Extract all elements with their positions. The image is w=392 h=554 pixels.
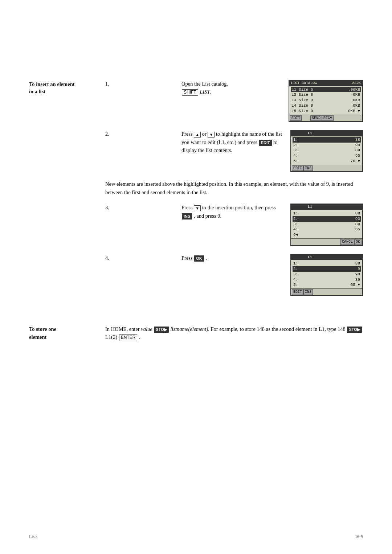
screen-row: L4 Size 00KB xyxy=(291,103,361,108)
screen-3-body: 1:88 2:90 3:89 xyxy=(291,210,362,238)
step-2: 2. Press ▲ or ▼ to highlight the name of… xyxy=(105,130,363,172)
screen-row: 5:65 ▼ xyxy=(293,282,361,288)
screen-row: 9◄ xyxy=(293,232,361,238)
content-area: To insert an element in a list 1. Open t… xyxy=(29,80,363,341)
store-content: In HOME, enter value STO▶ listname(eleme… xyxy=(105,325,363,341)
screen-row: 4:65 xyxy=(293,153,361,159)
section-content-insert: 1. Open the List catalog. SHIFT LIST. xyxy=(105,80,363,304)
screen-4-body: 1:88 2:9 3:90 xyxy=(291,260,362,288)
step-3-row: Press ▼ to the insertion position, then … xyxy=(181,204,363,246)
step-1-screen: LIST CATALOG 232K L1 Size 6.06KB L2 xyxy=(289,80,363,122)
step-4-number: 4. xyxy=(105,254,181,296)
step-3-screen: L1 1:88 2:90 xyxy=(290,204,363,246)
page-footer: Lists 16-5 xyxy=(29,534,363,539)
screen-2-title: L1 xyxy=(291,131,362,136)
section-insert: To insert an element in a list 1. Open t… xyxy=(29,80,363,304)
step-1-body: Open the List catalog. SHIFT LIST. xyxy=(181,80,363,122)
screen-row: L5 Size 00KB ▼ xyxy=(291,108,361,114)
step-2-number: 2. xyxy=(105,130,181,172)
screen-1-footer: EDIT SEND RECV xyxy=(289,115,362,122)
screen-row: 3:90 xyxy=(293,272,361,277)
note-paragraph: New elements are inserted above the high… xyxy=(105,180,363,196)
step-2-text: Press ▲ or ▼ to highlight the name of th… xyxy=(181,130,285,154)
screen-1-body: L1 Size 6.06KB L2 Size 00KB L3 Size 00KB xyxy=(289,86,362,115)
calc-screen-1: LIST CATALOG 232K L1 Size 6.06KB L2 xyxy=(289,80,363,122)
screen-row: L1 Size 6.06KB xyxy=(291,87,361,93)
calc-screen-3: L1 1:88 2:90 xyxy=(290,204,363,246)
screen-row: 5:70 ▼ xyxy=(293,159,361,164)
screen-row: 2:90 xyxy=(293,216,361,222)
ok-key: OK xyxy=(194,255,204,262)
screen-row: 3:89 xyxy=(293,222,361,227)
step-4-row: Press OK . L1 xyxy=(181,254,363,296)
step-3: 3. Press ▼ to the insertion position, th… xyxy=(105,204,363,246)
footer-left: Lists xyxy=(29,534,37,539)
screen-row: L3 Size 00KB xyxy=(291,98,361,103)
screen-row: 4:89 xyxy=(293,277,361,283)
step-2-row: Press ▲ or ▼ to highlight the name of th… xyxy=(181,130,363,172)
page: To insert an element in a list 1. Open t… xyxy=(0,0,392,554)
enter-key: ENTER xyxy=(119,335,138,341)
up-arrow-key: ▲ xyxy=(194,132,201,138)
step-4-screen: L1 1:88 2:9 xyxy=(290,254,363,296)
step-1-number: 1. xyxy=(105,80,181,122)
screen-1-title: LIST CATALOG 232K xyxy=(289,81,362,86)
step-1-text: Open the List catalog. SHIFT LIST. xyxy=(181,80,283,96)
section-store: To store one element In HOME, enter valu… xyxy=(29,325,363,341)
step-3-body: Press ▼ to the insertion position, then … xyxy=(181,204,363,246)
ins-key: INS xyxy=(182,213,192,219)
step-1-row: Open the List catalog. SHIFT LIST. xyxy=(181,80,363,122)
step-1: 1. Open the List catalog. SHIFT LIST. xyxy=(105,80,363,122)
step-2-body: Press ▲ or ▼ to highlight the name of th… xyxy=(181,130,363,172)
screen-3-title: L1 xyxy=(291,204,362,210)
screen-row: 3:89 xyxy=(293,148,361,153)
down-arrow-key-2: ▼ xyxy=(194,205,201,211)
edit-key: EDIT xyxy=(259,140,272,146)
shift-key: SHIFT xyxy=(182,89,198,96)
screen-4-title: L1 xyxy=(291,255,362,260)
step-3-number: 3. xyxy=(105,204,181,246)
step-4-text: Press OK . xyxy=(181,254,285,262)
sto-key-2: STO▶ xyxy=(347,327,362,333)
screen-row: 2:9 xyxy=(293,266,361,272)
section-label-insert: To insert an element in a list xyxy=(29,80,105,304)
step-3-text: Press ▼ to the insertion position, then … xyxy=(181,204,285,220)
screen-row: 4:65 xyxy=(293,227,361,232)
calc-screen-4: L1 1:88 2:9 xyxy=(290,254,363,296)
screen-row: 2:90 xyxy=(293,143,361,148)
step-4: 4. Press OK . L1 xyxy=(105,254,363,296)
screen-4-footer: EDIT INS xyxy=(291,288,362,295)
screen-row: L2 Size 00KB xyxy=(291,92,361,98)
screen-row: 1:88 xyxy=(293,137,361,143)
store-label: To store one element xyxy=(29,325,105,341)
screen-2-footer: EDIT INS xyxy=(291,165,362,172)
screen-row: 1:88 xyxy=(293,261,361,266)
down-arrow-key: ▼ xyxy=(208,132,215,138)
footer-right: 16-5 xyxy=(355,534,363,539)
screen-row: 1:88 xyxy=(293,211,361,216)
calc-screen-2: L1 1:88 2:90 xyxy=(290,130,363,172)
screen-2-body: 1:88 2:90 3:89 xyxy=(291,136,362,165)
sto-key: STO▶ xyxy=(154,327,168,333)
screen-3-footer: CANCL OK xyxy=(291,238,362,245)
step-4-body: Press OK . L1 xyxy=(181,254,363,296)
step-2-screen: L1 1:88 2:90 xyxy=(290,130,363,172)
